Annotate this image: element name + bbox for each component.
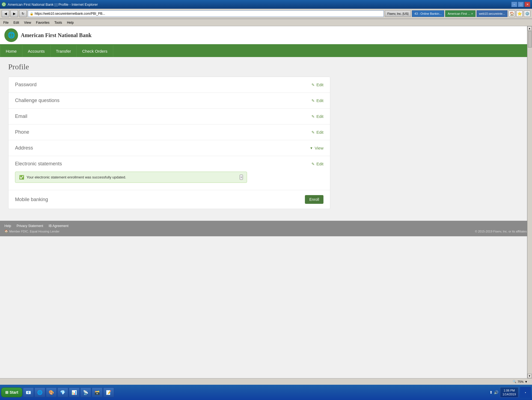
taskbar-app-outlook[interactable]: 📧: [23, 387, 34, 397]
start-button[interactable]: ⊞ Start: [1, 387, 22, 397]
url-text: https://web10.secureinternetbank.com/PBI…: [35, 12, 105, 16]
app4-icon: 💎: [60, 389, 66, 395]
profile-row-password: Password ✎ Edit: [8, 77, 330, 93]
taskbar: ⊞ Start 📧 🌐 🎨 💎 📊 📡 🗃️ 📝 ⬆ 🔊 1:06 PM 1/1…: [0, 385, 532, 400]
nav-transfer[interactable]: Transfer: [50, 45, 77, 57]
edit-link-phone[interactable]: Edit: [316, 130, 323, 135]
profile-row-email: Email ✎ Edit: [8, 109, 330, 124]
windows-icon: ⊞: [5, 390, 8, 395]
scroll-down-button[interactable]: ▼: [527, 374, 532, 378]
menu-favorites[interactable]: Favorites: [34, 20, 52, 25]
app3-icon: 🎨: [48, 389, 54, 395]
profile-label-phone: Phone: [15, 129, 29, 135]
tab4[interactable]: web10.secureinte...: [477, 10, 507, 17]
page-title: Profile: [8, 62, 524, 71]
content-area: 🌐 American First National Bank Home Acco…: [0, 26, 532, 378]
nav-bar: Home Accounts Transfer Check Orders: [0, 45, 532, 57]
clock-display: 1:06 PM 1/14/2019: [503, 389, 516, 396]
close-button[interactable]: ✕: [524, 2, 530, 7]
app5-icon: 📊: [71, 389, 77, 395]
nav-check-orders[interactable]: Check Orders: [77, 45, 113, 57]
profile-card: Password ✎ Edit Challenge questions ✎ Ed…: [8, 77, 330, 209]
refresh-button[interactable]: ↻: [19, 10, 27, 17]
scroll-up-button[interactable]: ▲: [527, 26, 532, 31]
system-clock: 1:06 PM 1/14/2019: [500, 387, 518, 398]
edit-icon-phone: ✎: [311, 130, 315, 135]
footer-copyright: © 2015-2019 Fiserv, Inc. or its affiliat…: [475, 230, 528, 233]
footer-link-help[interactable]: Help: [4, 224, 11, 228]
fiserv-tab-label: Fiserv, Inc. [US]: [387, 12, 408, 15]
edit-link-password[interactable]: Edit: [316, 82, 323, 87]
profile-label-address: Address: [15, 145, 33, 151]
fiserv-tab[interactable]: Fiserv, Inc. [US]: [385, 10, 411, 17]
taskbar-app-8[interactable]: 📝: [103, 387, 114, 397]
edit-icon-challenge: ✎: [311, 98, 315, 103]
show-desktop-button[interactable]: ▪: [520, 387, 531, 398]
globe-icon: 🌐: [8, 32, 15, 39]
bank-header: 🌐 American First National Bank: [0, 26, 532, 45]
taskbar-app-7[interactable]: 🗃️: [92, 387, 103, 397]
status-bar: 🔍 75% ▼: [0, 378, 532, 385]
taskbar-app-ie[interactable]: 🌐: [34, 387, 45, 397]
menu-bar: File Edit View Favorites Tools Help: [0, 19, 532, 26]
footer-link-privacy[interactable]: Privacy Statement: [17, 224, 43, 228]
nav-home[interactable]: Home: [0, 45, 22, 57]
edit-link-challenge[interactable]: Edit: [316, 98, 323, 103]
forward-button[interactable]: ▶: [10, 10, 18, 17]
taskbar-app-5[interactable]: 📊: [69, 387, 80, 397]
footer-bottom: 🏠 Member FDIC. Equal Housing Lender © 20…: [4, 229, 528, 233]
view-link-address[interactable]: View: [315, 146, 323, 150]
tab3[interactable]: American First ... ×: [445, 10, 475, 17]
enroll-button[interactable]: Enroll: [305, 195, 323, 204]
home-icon[interactable]: 🏠: [509, 10, 515, 17]
chevron-down-icon: ▼: [310, 146, 313, 150]
scrollbar[interactable]: ▲ ▼: [527, 26, 532, 378]
profile-action-electronic-statements: ✎ Edit: [311, 162, 323, 166]
zoom-indicator[interactable]: 🔍 75% ▼: [510, 379, 530, 384]
menu-view[interactable]: View: [22, 20, 33, 25]
nav-accounts[interactable]: Accounts: [22, 45, 50, 57]
clock-date: 1/14/2019: [503, 392, 516, 396]
member-fdic-icon: 🏠: [4, 229, 8, 233]
profile-action-mobile-banking: Enroll: [305, 195, 323, 204]
zoom-arrow: ▼: [525, 380, 528, 383]
success-check-icon: ✅: [19, 175, 24, 180]
tray-icon-2: 🔊: [494, 390, 498, 395]
footer-link-ib-agreement[interactable]: IB Agreement: [49, 224, 69, 228]
maximize-button[interactable]: □: [518, 2, 524, 7]
taskbar-app-4[interactable]: 💎: [57, 387, 68, 397]
profile-row-challenge: Challenge questions ✎ Edit: [8, 93, 330, 109]
edit-link-email[interactable]: Edit: [316, 114, 323, 119]
scroll-down-area[interactable]: ▼: [527, 374, 532, 378]
menu-edit[interactable]: Edit: [11, 20, 21, 25]
settings-icon[interactable]: ⚙️: [524, 10, 530, 17]
profile-action-password: ✎ Edit: [311, 82, 323, 87]
minimize-button[interactable]: −: [511, 2, 517, 7]
profile-row-mobile-banking: Mobile banking Enroll: [8, 190, 330, 209]
edit-link-electronic-statements[interactable]: Edit: [316, 162, 323, 166]
success-content: ✅ Your electronic statement enrollment w…: [19, 175, 126, 180]
profile-row-phone: Phone ✎ Edit: [8, 124, 330, 140]
menu-tools[interactable]: Tools: [52, 20, 64, 25]
start-label: Start: [10, 390, 18, 395]
main-content: Profile Password ✎ Edit Challenge questi…: [0, 57, 532, 221]
tab2-label: 43 - Online Bankin...: [414, 12, 442, 15]
back-button[interactable]: ◀: [2, 10, 9, 17]
app6-icon: 📡: [83, 389, 89, 395]
zoom-level: 75%: [518, 380, 524, 383]
scroll-thumb[interactable]: [528, 31, 532, 47]
system-tray-icons: ⬆ 🔊: [489, 390, 498, 395]
address-input[interactable]: 🔒 https://web10.secureinternetbank.com/P…: [28, 10, 384, 17]
show-desktop-icon: ▪: [525, 391, 526, 394]
success-close-button[interactable]: ×: [240, 175, 243, 180]
favorites-icon[interactable]: ⭐: [516, 10, 523, 17]
page-scroll-area[interactable]: 🌐 American First National Bank Home Acco…: [0, 26, 532, 378]
ie-icon: 🌐: [37, 389, 43, 395]
menu-file[interactable]: File: [1, 20, 11, 25]
taskbar-app-6[interactable]: 📡: [80, 387, 91, 397]
taskbar-app-3[interactable]: 🎨: [46, 387, 57, 397]
tab2[interactable]: 43 - Online Bankin...: [412, 10, 444, 17]
menu-help[interactable]: Help: [65, 20, 76, 25]
title-bar-left: American First National Bank | | Profile…: [2, 2, 98, 7]
profile-action-challenge: ✎ Edit: [311, 98, 323, 103]
